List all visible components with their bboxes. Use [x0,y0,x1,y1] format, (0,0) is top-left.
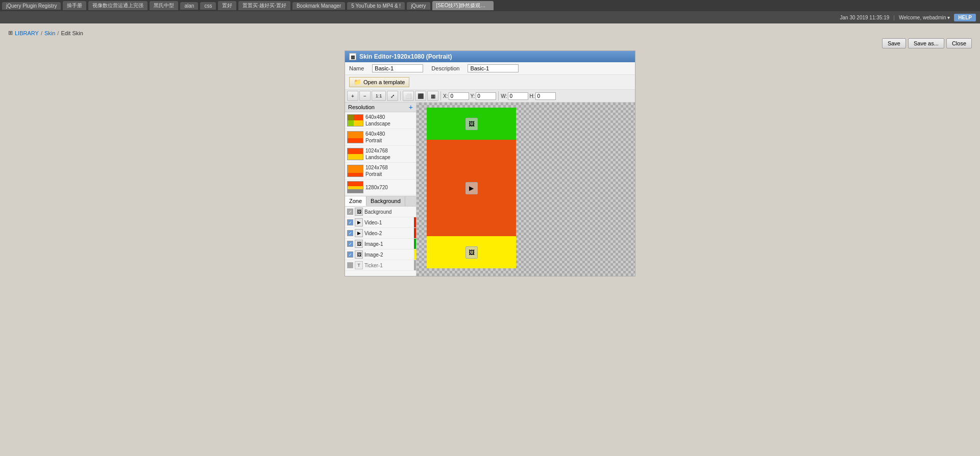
layer-list: ✓ 🖼 Background ✓ ▶ Video-1 ✓ ▶ [345,207,416,271]
open-template-button[interactable]: 📁 Open a template [349,77,409,87]
datetime-display: Jan 30 2019 11:35:19 [840,15,890,20]
layer-color-bar [414,217,416,227]
image-icon: 🖼 [355,250,363,259]
editor-body: Resolution + 640x480Landscape [345,103,635,276]
action-bar: Save Save as... Close [8,38,972,48]
resolution-list[interactable]: 640x480Landscape 640x480Portrait [345,112,416,196]
layer-check[interactable] [347,262,353,268]
layer-item-image2[interactable]: ✓ 🖼 Image-2 [345,249,416,260]
resolution-item[interactable]: 1024x768Landscape [345,146,416,163]
layer-color-bar [414,228,416,238]
zone-orange[interactable]: ▶ [427,140,516,236]
template-bar: 📁 Open a template [345,75,635,90]
tab-alan[interactable]: alan [180,2,198,10]
layer-item-video1[interactable]: ✓ ▶ Video-1 [345,217,416,228]
layer-check[interactable]: ✓ [347,251,353,258]
zone-image-icon: 🖼 [465,118,478,130]
grid-button-2[interactable]: ⬛ [415,91,426,101]
editor-title: Skin Editor-1920x1080 (Portrait) [359,53,452,60]
resolution-thumbnail [347,131,363,143]
layer-item-ticker1[interactable]: T Ticker-1 [345,260,416,271]
grid-button-1[interactable]: ⬜ [403,91,414,101]
breadcrumb-current: Edit Skin [61,30,83,36]
h-input[interactable] [535,92,556,100]
editor-title-bar: ▦ Skin Editor-1920x1080 (Portrait) [345,51,635,62]
x-input[interactable] [449,92,469,100]
resolution-item[interactable]: 640x480Landscape [345,112,416,129]
tab-jquery-plugin[interactable]: jQuery Plugin Registry [2,2,61,10]
tab-type[interactable]: 黑氏中型 [150,1,178,10]
left-panel: Resolution + 640x480Landscape [345,103,416,276]
zone-yellow[interactable]: 🖼 [427,236,516,268]
resolution-item-label: 1024x768Landscape [365,147,390,161]
close-button[interactable]: Close [946,38,972,48]
w-input[interactable] [508,92,528,100]
save-button[interactable]: Save [882,38,906,48]
help-button[interactable]: HELP [954,14,976,21]
layer-name: Background [364,209,414,215]
h-label: H: [529,93,534,99]
tab-jquery2[interactable]: jQuery [407,2,430,10]
breadcrumb: ⊞ LIBRARY / Skin / Edit Skin [8,28,972,38]
save-as-button[interactable]: Save as... [908,38,944,48]
background-tab[interactable]: Background [366,196,405,206]
layer-check[interactable]: ✓ [347,219,353,225]
layer-item-image1[interactable]: ✓ 🖼 Image-1 [345,239,416,249]
layer-name: Video-2 [364,231,414,236]
resolution-thumbnail [347,165,363,177]
main-content: ⊞ LIBRARY / Skin / Edit Skin Save Save a… [0,23,980,281]
coord-group: X: Y: W: H: [443,91,556,100]
zoom-1-1-button[interactable]: 1:1 [372,91,386,101]
tab-youtube[interactable]: 5 YouTube to MP4 & ! [347,2,405,10]
layer-name: Image-2 [364,252,414,258]
y-input[interactable] [476,92,496,100]
tab-manual[interactable]: 操手册 [63,1,86,10]
resolution-add-button[interactable]: + [409,104,413,111]
zone-green[interactable]: 🖼 [427,108,516,140]
description-input[interactable] [468,64,519,72]
welcome-display: Welcome, webadmin ▾ [899,15,950,20]
layer-name: Image-1 [364,241,414,247]
fit-button[interactable]: ⤢ [387,91,398,101]
tab-bookmark[interactable]: Bookmark Manager [292,2,345,10]
resolution-item[interactable]: 1024x768Portrait [345,163,416,180]
name-input[interactable] [372,64,423,72]
resolution-thumbnail [347,148,363,160]
layer-check[interactable]: ✓ [347,241,353,247]
resolution-thumbnail [347,181,363,193]
breadcrumb-library[interactable]: LIBRARY [15,30,39,36]
zone-image2-icon: 🖼 [465,246,478,259]
resolution-item[interactable]: 640x480Portrait [345,129,416,146]
nav-bar: Jan 30 2019 11:35:19 | Welcome, webadmin… [0,11,980,23]
resolution-item[interactable]: 1280x720 [345,180,416,195]
zoom-out-button[interactable]: − [359,91,371,101]
nav-separator: | [893,15,895,20]
layer-item-background[interactable]: ✓ 🖼 Background [345,207,416,217]
tab-good[interactable]: 置好 [218,1,236,10]
zone-tab[interactable]: Zone [345,196,366,206]
layer-color-bar [414,260,416,270]
toolbar-sep3 [498,91,499,100]
canvas-area[interactable]: 🖼 ▶ 🖼 [416,103,635,276]
zoom-in-button[interactable]: + [347,91,358,101]
breadcrumb-sep1: / [41,30,42,36]
video-icon: ▶ [355,218,363,226]
name-desc-row: Name Description [345,62,635,75]
layer-color-bar [414,249,416,260]
layer-check[interactable]: ✓ [347,230,353,236]
layer-color-bar [414,239,416,249]
resolution-thumbnail [347,114,363,126]
description-label: Description [431,65,459,71]
background-icon: 🖼 [355,208,363,216]
open-template-label: Open a template [363,79,405,85]
tab-buy[interactable]: 置置买·越好买·置好 [238,1,290,10]
layer-item-video2[interactable]: ✓ ▶ Video-2 [345,228,416,239]
zone-video-icon: ▶ [465,182,478,194]
tab-video[interactable]: 视像数位营运通上完强 [88,1,148,10]
grid-button-3[interactable]: ▦ [427,91,438,101]
tab-seo[interactable]: [SEO技巧]静然摄观出行 [432,1,494,10]
breadcrumb-skin[interactable]: Skin [44,30,55,36]
layer-check[interactable]: ✓ [347,209,353,215]
tab-css[interactable]: css [200,2,216,10]
layer-name: Ticker-1 [364,263,414,268]
